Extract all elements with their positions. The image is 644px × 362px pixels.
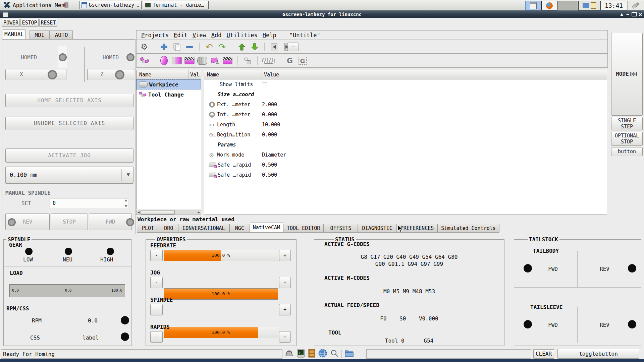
- gcode-icon[interactable]: G: [285, 56, 295, 65]
- menu-add[interactable]: Add: [211, 32, 222, 39]
- firefox-launcher[interactable]: [541, 1, 557, 10]
- tab-preferences[interactable]: PREFERENCES: [397, 224, 437, 233]
- prop-row-ext-diameter[interactable]: Ext. …meter 2.000: [204, 100, 607, 110]
- prop-row-int-diameter[interactable]: Int. …meter 0.000: [204, 110, 607, 120]
- file-manager-icon[interactable]: [344, 349, 354, 359]
- prop-row-params-section[interactable]: Params: [204, 140, 607, 150]
- prop-row-show-limits[interactable]: Show limits: [204, 79, 607, 89]
- select-shapes-icon[interactable]: [243, 56, 253, 65]
- logout-icon[interactable]: [62, 2, 69, 8]
- jog-plus-button[interactable]: +: [279, 277, 291, 288]
- thread-icon[interactable]: [262, 56, 275, 65]
- spindle-set-spinbox[interactable]: 0 ▲ ▼: [50, 198, 128, 208]
- tailbody-fwd-led[interactable]: [628, 264, 636, 273]
- spindle-minus-button[interactable]: -: [150, 304, 163, 315]
- menu-help[interactable]: Help: [263, 32, 276, 39]
- tab-plot[interactable]: PLOT: [137, 224, 159, 233]
- applications-menu[interactable]: Applications Menu: [1, 1, 70, 10]
- axis-x-select-button[interactable]: X: [5, 69, 66, 80]
- feedrate-slider[interactable]: 100.0 %: [164, 250, 278, 261]
- show-limits-checkbox[interactable]: [262, 82, 267, 87]
- tab-auto[interactable]: AUTO: [50, 31, 73, 40]
- gear-neu-led[interactable]: [65, 248, 72, 255]
- estop-button[interactable]: ESTOP: [20, 19, 39, 27]
- spin-up-icon[interactable]: ▲: [125, 198, 127, 202]
- tab-offsets[interactable]: OFFSETS: [324, 224, 358, 233]
- minimize-button[interactable]: −: [626, 11, 629, 17]
- tray-tool-icon[interactable]: [627, 1, 644, 10]
- tab-nativecam[interactable]: NativeCAM: [250, 223, 283, 233]
- spindle-plus-button[interactable]: +: [279, 304, 291, 315]
- tree-row-tool-change[interactable]: Tool Change: [137, 89, 201, 100]
- optional-stop-button[interactable]: OPTIONAL STOP: [611, 132, 643, 146]
- tree-col-val[interactable]: Val: [189, 70, 201, 79]
- tab-tool-editor[interactable]: TOOL EDITOR: [283, 224, 324, 233]
- single-step-button[interactable]: SINGLE STEP: [611, 117, 643, 130]
- gear-high-led[interactable]: [107, 248, 114, 255]
- rpm-led[interactable]: [121, 316, 129, 324]
- tab-dro[interactable]: DRO: [159, 224, 178, 233]
- op-part-icon[interactable]: [223, 56, 233, 65]
- prop-row-safe-rapid-x[interactable]: Safe …rapid 0.500: [204, 160, 607, 170]
- scroll-left-icon[interactable]: ◀: [137, 211, 141, 214]
- axis-z-select-button[interactable]: Z: [87, 69, 134, 80]
- tab-ngc[interactable]: NGC: [229, 224, 250, 233]
- scroll-thumb[interactable]: [141, 210, 175, 215]
- collapse-button[interactable]: −: [287, 43, 299, 51]
- prop-row-begin-position[interactable]: ⊕Z Begin…ition 0.000: [204, 130, 607, 140]
- tab-conversational[interactable]: CONVERSATIONAL: [178, 224, 229, 233]
- move-up-icon[interactable]: [237, 42, 247, 52]
- search-icon[interactable]: [330, 349, 339, 359]
- rapids-minus-button[interactable]: -: [150, 331, 163, 343]
- export-ngc-icon[interactable]: [269, 42, 279, 52]
- css-led[interactable]: [121, 333, 129, 341]
- spindle-stop-button[interactable]: STOP: [51, 214, 88, 230]
- spindle-fwd-button[interactable]: FWD: [89, 214, 132, 230]
- tab-diagnostic[interactable]: DIAGNOSTIC: [358, 224, 397, 233]
- props-col-name[interactable]: Name: [204, 70, 262, 79]
- scroll-right-icon[interactable]: ▶: [197, 211, 201, 214]
- tray-files-box[interactable]: [578, 1, 600, 10]
- op-turn-icon[interactable]: [172, 56, 182, 65]
- op-face-icon[interactable]: [159, 56, 169, 65]
- clear-button[interactable]: CLEAR: [533, 349, 554, 359]
- feedrate-minus-button[interactable]: -: [150, 250, 163, 261]
- tree-col-name[interactable]: Name: [137, 70, 189, 79]
- close-button[interactable]: ×: [638, 11, 643, 18]
- clock[interactable]: 13:41: [600, 1, 627, 10]
- generic-button[interactable]: button: [611, 147, 643, 156]
- settings-gear-icon[interactable]: ⚙: [139, 42, 149, 52]
- add-icon[interactable]: [159, 42, 169, 52]
- undo-icon[interactable]: ↶: [204, 42, 214, 52]
- op-bore-icon[interactable]: [197, 56, 207, 65]
- taskbar-window-gscreen[interactable]: Gscreen-lathezy …: [79, 1, 142, 9]
- file-cabinet-icon[interactable]: [308, 349, 315, 359]
- spindle-slider[interactable]: 100.0 %: [164, 327, 278, 338]
- machine-icon[interactable]: [284, 349, 294, 359]
- move-down-icon[interactable]: [250, 42, 260, 52]
- terminal-launcher-icon[interactable]: >_: [297, 349, 305, 359]
- remove-icon[interactable]: [184, 42, 195, 52]
- spindle-rev-button[interactable]: REV: [5, 214, 50, 230]
- feedrate-plus-button[interactable]: +: [279, 250, 291, 261]
- mode-button[interactable]: MODE: [611, 33, 643, 116]
- tailbody-rev-led[interactable]: [524, 264, 532, 273]
- gcode-custom-icon[interactable]: G: [298, 56, 308, 65]
- gear-low-led[interactable]: [25, 248, 33, 255]
- unhome-selected-axis-button[interactable]: UNHOME SELECTED AXIS: [5, 117, 133, 130]
- op-groove-icon[interactable]: [210, 56, 220, 65]
- op-turn-thread-icon[interactable]: [184, 56, 195, 65]
- toggle-button[interactable]: togglebutton: [557, 349, 639, 359]
- jog-slider[interactable]: 100.0 %: [164, 288, 278, 300]
- tailsleeve-rev-led[interactable]: [524, 320, 532, 328]
- menu-utilities[interactable]: Utilities: [227, 32, 258, 39]
- activate-jog-button[interactable]: ACTIVATE JOG: [5, 148, 133, 163]
- tree-hscrollbar[interactable]: ◀ ▶: [136, 210, 201, 215]
- menu-edit[interactable]: Edit: [174, 32, 187, 39]
- props-col-value[interactable]: Value: [262, 70, 607, 79]
- window-titlebar[interactable]: Gscreen-lathezy for linuxcnc ▲ − ×: [0, 10, 644, 18]
- jog-minus-button[interactable]: -: [150, 277, 163, 288]
- show-desktop-button[interactable]: [525, 1, 541, 10]
- spin-down-icon[interactable]: ▼: [125, 204, 127, 208]
- power-button[interactable]: POWER: [2, 19, 20, 27]
